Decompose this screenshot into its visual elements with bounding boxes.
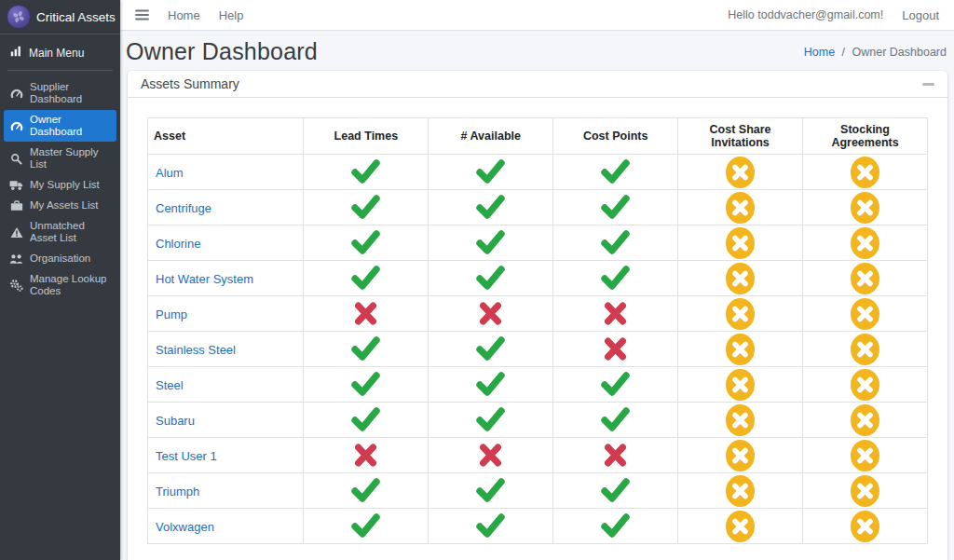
collapse-icon[interactable] bbox=[922, 83, 934, 86]
cross-icon bbox=[603, 300, 628, 327]
check-icon bbox=[350, 159, 381, 184]
logout-button[interactable]: Logout bbox=[902, 8, 939, 22]
sidebar-item-label: Owner Dashboard bbox=[30, 114, 111, 138]
check-icon bbox=[600, 195, 631, 220]
check-icon bbox=[350, 266, 381, 291]
cross-circle-icon bbox=[851, 369, 879, 401]
page-title: Owner Dashboard bbox=[126, 38, 318, 65]
status-cell-cross-circle bbox=[678, 438, 803, 473]
asset-cell: Test User 1 bbox=[148, 438, 304, 473]
check-icon bbox=[600, 478, 631, 503]
status-cell-check bbox=[304, 155, 429, 190]
asset-link-triumph[interactable]: Triumph bbox=[148, 485, 199, 499]
sidebar-divider bbox=[7, 70, 113, 71]
nav-link-help[interactable]: Help bbox=[219, 8, 244, 22]
asset-cell: Chlorine bbox=[148, 225, 304, 261]
check-icon bbox=[600, 407, 631, 432]
cross-circle-icon bbox=[851, 263, 879, 294]
cross-icon bbox=[603, 335, 628, 362]
check-icon bbox=[350, 336, 381, 362]
sidebar-item-unmatched-asset-list[interactable]: Unmatched Asset List bbox=[4, 216, 116, 248]
check-icon bbox=[350, 478, 381, 503]
column-header-available: # Available bbox=[429, 118, 553, 155]
user-greeting: Hello toddvacher@gmail.com! bbox=[728, 8, 883, 21]
asset-cell: Centrifuge bbox=[148, 190, 304, 225]
check-icon bbox=[475, 407, 506, 432]
status-cell-check bbox=[304, 261, 429, 296]
asset-link-hot-water-system[interactable]: Hot Water System bbox=[148, 272, 253, 286]
status-cell-cross-circle bbox=[803, 438, 928, 473]
asset-link-volxwagen[interactable]: Volxwagen bbox=[148, 520, 214, 534]
sidebar-item-label: Unmatched Asset List bbox=[30, 220, 111, 244]
brand[interactable]: Critical Assets bbox=[0, 0, 120, 34]
check-icon bbox=[350, 407, 381, 432]
sidebar-item-owner-dashboard[interactable]: Owner Dashboard bbox=[4, 110, 116, 142]
sidebar-item-my-assets-list[interactable]: My Assets List bbox=[4, 196, 116, 215]
table-row: Volxwagen bbox=[148, 509, 928, 544]
main-menu-icon bbox=[9, 45, 22, 61]
asset-link-pump[interactable]: Pump bbox=[148, 307, 187, 321]
asset-cell: Alum bbox=[148, 155, 304, 190]
status-cell-check bbox=[429, 403, 553, 438]
assets-summary-card: Assets Summary AssetLead Times# Availabl… bbox=[128, 71, 947, 560]
status-cell-check bbox=[429, 155, 553, 190]
sidebar-item-organisation[interactable]: Organisation bbox=[4, 249, 116, 268]
asset-link-chlorine[interactable]: Chlorine bbox=[148, 237, 200, 251]
asset-cell: Triumph bbox=[148, 473, 304, 509]
sidebar-item-manage-lookup-codes[interactable]: Manage Lookup Codes bbox=[4, 269, 116, 301]
cross-circle-icon bbox=[726, 334, 755, 365]
table-row: Steel bbox=[148, 367, 928, 403]
asset-link-subaru[interactable]: Subaru bbox=[148, 414, 195, 428]
content-area: Owner Dashboard Home / Owner Dashboard A… bbox=[120, 31, 954, 560]
status-cell-cross-circle bbox=[803, 509, 928, 544]
asset-link-centrifuge[interactable]: Centrifuge bbox=[148, 201, 211, 215]
status-cell-cross bbox=[304, 438, 429, 473]
breadcrumb-home-link[interactable]: Home bbox=[804, 46, 835, 59]
status-cell-cross-circle bbox=[803, 261, 928, 296]
check-icon bbox=[350, 513, 381, 539]
sidebar-main-menu[interactable]: Main Menu bbox=[0, 34, 120, 67]
sidebar-item-my-supply-list[interactable]: My Supply List bbox=[4, 175, 116, 195]
sidebar-nav: Supplier DashboardOwner DashboardMaster … bbox=[0, 77, 120, 301]
check-icon bbox=[475, 336, 506, 362]
status-cell-check bbox=[553, 261, 678, 296]
check-icon bbox=[475, 478, 506, 503]
table-row: Subaru bbox=[148, 403, 928, 438]
sidebar-item-supplier-dashboard[interactable]: Supplier Dashboard bbox=[4, 77, 116, 109]
status-cell-check bbox=[553, 367, 678, 403]
cross-circle-icon bbox=[851, 511, 879, 542]
status-cell-check bbox=[304, 403, 429, 438]
cross-circle-icon bbox=[851, 475, 879, 507]
table-row: Stainless Steel bbox=[148, 332, 928, 367]
check-icon bbox=[600, 266, 631, 291]
status-cell-cross bbox=[553, 296, 678, 332]
status-cell-check bbox=[553, 155, 678, 190]
sidebar-item-label: Master Supply List bbox=[30, 146, 111, 171]
asset-link-stainless-steel[interactable]: Stainless Steel bbox=[148, 343, 236, 357]
check-icon bbox=[475, 513, 506, 539]
column-header-lead-times: Lead Times bbox=[304, 118, 429, 155]
status-cell-check bbox=[304, 473, 429, 509]
sidebar-item-label: My Supply List bbox=[30, 179, 100, 191]
cross-circle-icon bbox=[851, 298, 879, 330]
sidebar-item-label: Organisation bbox=[30, 253, 90, 265]
status-cell-check bbox=[429, 509, 553, 544]
table-header-row: AssetLead Times# AvailableCost PointsCos… bbox=[148, 118, 928, 155]
asset-link-test-user-1[interactable]: Test User 1 bbox=[148, 449, 217, 463]
status-cell-check bbox=[553, 473, 678, 509]
status-cell-cross-circle bbox=[678, 261, 803, 296]
asset-link-steel[interactable]: Steel bbox=[148, 378, 184, 392]
status-cell-check bbox=[304, 509, 429, 544]
cross-icon bbox=[478, 300, 503, 327]
status-cell-cross-circle bbox=[803, 225, 928, 261]
hamburger-icon[interactable] bbox=[135, 9, 149, 20]
nav-link-home[interactable]: Home bbox=[168, 8, 200, 22]
status-cell-check bbox=[429, 367, 553, 403]
status-cell-cross-circle bbox=[803, 403, 928, 438]
cross-circle-icon bbox=[851, 157, 879, 188]
sidebar-item-master-supply-list[interactable]: Master Supply List bbox=[4, 143, 116, 174]
column-header-cost-points: Cost Points bbox=[553, 118, 678, 155]
main-menu-label: Main Menu bbox=[29, 47, 84, 60]
column-header-stocking-agreements: Stocking Agreements bbox=[803, 118, 928, 155]
asset-link-alum[interactable]: Alum bbox=[148, 166, 184, 180]
